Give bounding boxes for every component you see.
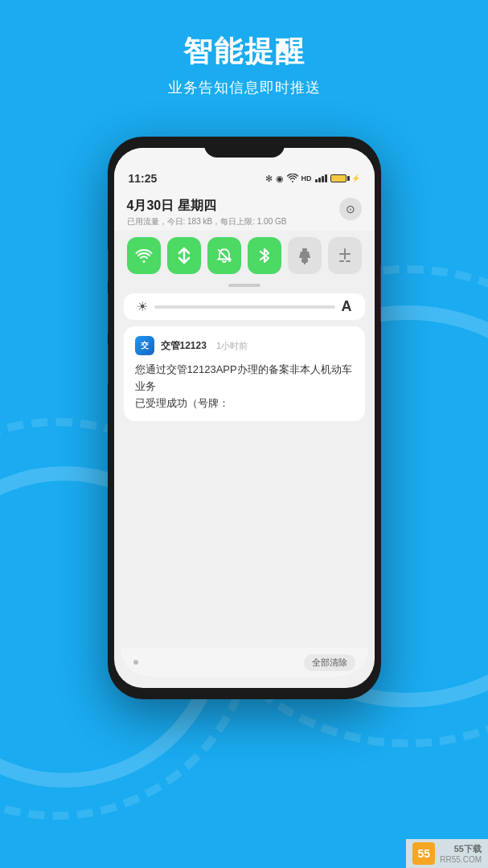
notification-body: 您通过交管12123APP办理的备案非本人机动车业务 已受理成功（号牌： bbox=[135, 362, 354, 411]
svg-rect-1 bbox=[302, 248, 307, 252]
status-icons: ✻ ◉ HD bbox=[265, 174, 360, 184]
watermark-site: RR55.COM bbox=[440, 855, 482, 864]
app-name: 交管12123 bbox=[161, 339, 207, 353]
volume-down-button bbox=[108, 293, 109, 334]
auto-brightness-label[interactable]: A bbox=[342, 298, 352, 315]
phone-screen: 11:25 ✻ ◉ HD bbox=[114, 148, 375, 688]
bluetooth-toggle[interactable] bbox=[248, 237, 281, 274]
bottom-bar: 全部清除 bbox=[121, 648, 368, 677]
data-toggle[interactable] bbox=[167, 237, 201, 274]
sub-title: 业务告知信息即时推送 bbox=[0, 78, 488, 97]
calculator-toggle[interactable] bbox=[328, 237, 362, 274]
app-icon: 交 bbox=[135, 336, 154, 355]
hd-badge: HD bbox=[301, 174, 312, 182]
notification-card[interactable]: 交 交管12123 1小时前 您通过交管12123APP办理的备案非本人机动车业… bbox=[124, 326, 365, 421]
clear-all-button[interactable]: 全部清除 bbox=[304, 654, 355, 671]
wifi-toggle[interactable] bbox=[127, 237, 161, 274]
data-usage: 已用流量，今日: 183 kB，每日上限: 1.00 GB bbox=[127, 216, 287, 227]
drag-handle bbox=[114, 280, 375, 290]
brightness-slider[interactable] bbox=[154, 305, 335, 309]
phone-mockup: 11:25 ✻ ◉ HD bbox=[108, 137, 381, 699]
main-title: 智能提醒 bbox=[0, 32, 488, 72]
bell-toggle[interactable] bbox=[207, 237, 241, 274]
notification-header: 交 交管12123 1小时前 bbox=[135, 336, 354, 355]
date-info: 4月30日 星期四 已用流量，今日: 183 kB，每日上限: 1.00 GB bbox=[127, 198, 287, 227]
silent-button bbox=[108, 344, 109, 384]
date-header: 4月30日 星期四 已用流量，今日: 183 kB，每日上限: 1.00 GB … bbox=[114, 190, 375, 231]
settings-gear-icon[interactable]: ⊙ bbox=[339, 198, 362, 220]
svg-marker-2 bbox=[299, 252, 310, 258]
battery-icon: ⚡ bbox=[330, 174, 360, 182]
date-main: 4月30日 星期四 bbox=[127, 198, 287, 215]
notification-time: 1小时前 bbox=[216, 340, 248, 352]
watermark: 55 55下载 RR55.COM bbox=[406, 839, 488, 868]
location-status-icon: ◉ bbox=[276, 174, 284, 184]
volume-up-button bbox=[108, 249, 109, 281]
watermark-download-label: 55下载 bbox=[440, 843, 482, 855]
brightness-icon: ☀ bbox=[137, 299, 148, 314]
header-section: 智能提醒 业务告知信息即时推送 bbox=[0, 0, 488, 97]
flashlight-toggle[interactable] bbox=[288, 237, 322, 274]
watermark-logo: 55 bbox=[412, 842, 435, 865]
signal-bars bbox=[315, 174, 327, 182]
phone-notch bbox=[204, 137, 285, 158]
quick-toggles bbox=[114, 231, 375, 280]
home-dot bbox=[133, 660, 138, 665]
power-button bbox=[380, 265, 381, 321]
status-time: 11:25 bbox=[129, 172, 158, 185]
brightness-row[interactable]: ☀ A bbox=[124, 293, 365, 320]
notification-body-line2: 已受理成功（号牌： bbox=[135, 397, 229, 409]
notification-body-line1: 您通过交管12123APP办理的备案非本人机动车业务 bbox=[135, 363, 352, 392]
wifi-status-icon bbox=[287, 174, 298, 184]
bluetooth-status-icon: ✻ bbox=[265, 174, 273, 184]
